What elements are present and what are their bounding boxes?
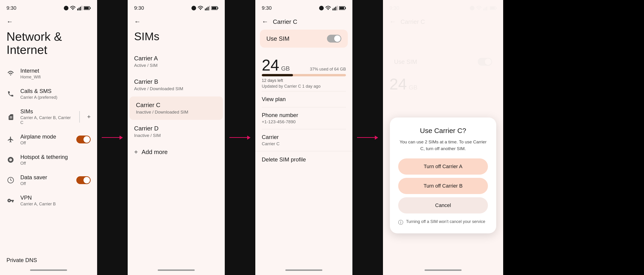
camera-indicator-2: [192, 6, 196, 10]
back-button-3[interactable]: ← Carrier C: [255, 14, 352, 26]
svg-rect-16: [334, 8, 335, 10]
dialog-footer-text: Turning off a SIM won't cancel your serv…: [406, 218, 485, 225]
data-bar-fill: [262, 74, 293, 76]
camera-indicator-3: [319, 6, 324, 10]
delete-sim-label: Delete SIM profile: [262, 156, 306, 162]
carrier-c-nav-title: Carrier C: [273, 18, 297, 26]
arrow-line-2: [230, 137, 250, 138]
delete-sim-profile[interactable]: Delete SIM profile: [255, 151, 352, 168]
menu-text-internet: Internet Home_Wifi: [20, 68, 91, 80]
wifi-status-icon: [70, 6, 76, 10]
svg-rect-21: [345, 8, 346, 9]
arrow-line-1: [102, 137, 122, 138]
use-sim-toggle-knob: [334, 36, 340, 42]
sim-item-carrier-b[interactable]: Carrier B Active / Downloaded SIM: [128, 73, 225, 96]
arrow-line-3: [357, 137, 378, 138]
carrier-row: Carrier Carrier C: [262, 129, 346, 151]
use-sim-toggle[interactable]: [327, 35, 341, 42]
status-bar-3: 9:30: [255, 0, 352, 14]
data-updated: Updated by Carrier C 1 day ago: [262, 84, 346, 89]
calls-sms-sublabel: Carrier A (preferred): [20, 95, 91, 100]
data-bar-bg: [262, 74, 346, 76]
carrier-row-value: Carrier C: [262, 141, 346, 146]
dialog-footer: ⓘ Turning off a SIM won't cancel your se…: [398, 218, 488, 226]
svg-rect-0: [77, 8, 78, 10]
menu-item-data-saver[interactable]: Data saver Off: [0, 170, 97, 190]
sim-item-carrier-c[interactable]: Carrier C Inactive / Downloaded SIM: [130, 96, 223, 120]
add-more-button[interactable]: + Add more: [128, 143, 225, 161]
airplane-toggle[interactable]: [76, 136, 91, 144]
wifi-status-icon-3: [325, 6, 331, 10]
status-time-2: 9:30: [134, 5, 144, 11]
svg-rect-15: [332, 8, 334, 10]
signal-status-icon-2: [205, 6, 210, 10]
menu-text-sims: SIMs Carrier A, Carrier B, Carrier C: [20, 108, 72, 125]
bottom-bar-2: [158, 270, 195, 271]
screen-sims: 9:30 ← SIMs Carrier A Active / SIM: [128, 0, 225, 275]
svg-rect-13: [212, 7, 216, 9]
hotspot-label: Hotspot & tethering: [20, 154, 91, 160]
sims-add-button[interactable]: +: [87, 113, 91, 120]
svg-rect-17: [335, 7, 336, 10]
turn-off-carrier-b-button[interactable]: Turn off Carrier B: [398, 178, 488, 194]
divider-3: [352, 0, 382, 275]
phone-number-label: Phone number: [262, 112, 346, 118]
status-bar-1: 9:30: [0, 0, 97, 14]
phone-icon: [6, 90, 15, 98]
sims-divider: [79, 111, 80, 122]
vpn-icon: [6, 196, 15, 205]
back-arrow-icon-2: ←: [134, 18, 140, 26]
menu-item-vpn[interactable]: VPN Carrier A, Carrier B: [0, 190, 97, 211]
menu-item-airplane-mode[interactable]: Airplane mode Off: [0, 129, 97, 150]
add-more-icon: +: [134, 148, 138, 156]
battery-status-icon-2: [211, 6, 218, 10]
carrier-d-status: Inactive / SIM: [134, 133, 218, 138]
screen-carrier-c-dialog: 9:30 ← Carri: [383, 0, 503, 275]
svg-rect-14: [218, 8, 218, 9]
menu-text-data-saver: Data saver Off: [20, 174, 71, 186]
back-arrow-icon: ←: [6, 18, 13, 26]
wifi-status-icon-2: [198, 6, 204, 10]
carrier-d-name: Carrier D: [134, 125, 218, 132]
wifi-icon: [6, 70, 15, 78]
menu-text-airplane: Airplane mode Off: [20, 134, 71, 146]
status-icons-1: [64, 6, 91, 10]
sim-item-carrier-a[interactable]: Carrier A Active / SIM: [128, 50, 225, 73]
svg-rect-1: [78, 8, 80, 10]
bottom-bar-4: [424, 270, 462, 271]
sim-item-carrier-d[interactable]: Carrier D Inactive / SIM: [128, 120, 225, 143]
menu-item-sims[interactable]: SIMs Carrier A, Carrier B, Carrier C +: [0, 104, 97, 129]
menu-item-private-dns[interactable]: Private DNS: [6, 257, 37, 264]
data-saver-icon: [6, 176, 15, 184]
arrow-2: [230, 137, 250, 138]
add-more-label: Add more: [142, 148, 168, 156]
airplane-sublabel: Off: [20, 140, 71, 146]
status-time-1: 9:30: [6, 5, 16, 11]
cancel-button[interactable]: Cancel: [398, 197, 488, 214]
menu-text-calls-sms: Calls & SMS Carrier A (preferred): [20, 88, 91, 100]
carrier-info-section: View plan Phone number +1-123-456-7890 C…: [255, 91, 352, 151]
data-gb-unit: GB: [281, 65, 290, 72]
signal-status-icon: [77, 6, 82, 10]
back-button-1[interactable]: ←: [0, 14, 97, 26]
menu-item-internet[interactable]: Internet Home_Wifi: [0, 63, 97, 84]
menu-item-hotspot[interactable]: Hotspot & tethering Off: [0, 150, 97, 170]
back-button-2[interactable]: ←: [128, 14, 225, 26]
menu-item-calls-sms[interactable]: Calls & SMS Carrier A (preferred): [0, 84, 97, 104]
svg-rect-3: [82, 6, 82, 10]
svg-rect-6: [90, 8, 91, 9]
data-saver-toggle[interactable]: [76, 176, 91, 184]
hotspot-sublabel: Off: [20, 161, 91, 166]
sims-title: SIMs: [128, 26, 225, 50]
status-time-3: 9:30: [262, 5, 272, 11]
turn-off-carrier-a-button[interactable]: Turn off Carrier A: [398, 158, 488, 174]
dialog-title: Use Carrier C?: [398, 127, 488, 134]
back-arrow-icon-3: ←: [262, 18, 268, 26]
svg-rect-10: [208, 7, 208, 10]
carrier-b-name: Carrier B: [134, 78, 218, 85]
view-plan-row[interactable]: View plan: [262, 91, 346, 107]
signal-status-icon-3: [332, 6, 338, 10]
vpn-label: VPN: [20, 194, 91, 201]
divider-2: [225, 0, 255, 275]
carrier-c-status: Inactive / Downloaded SIM: [136, 110, 216, 115]
